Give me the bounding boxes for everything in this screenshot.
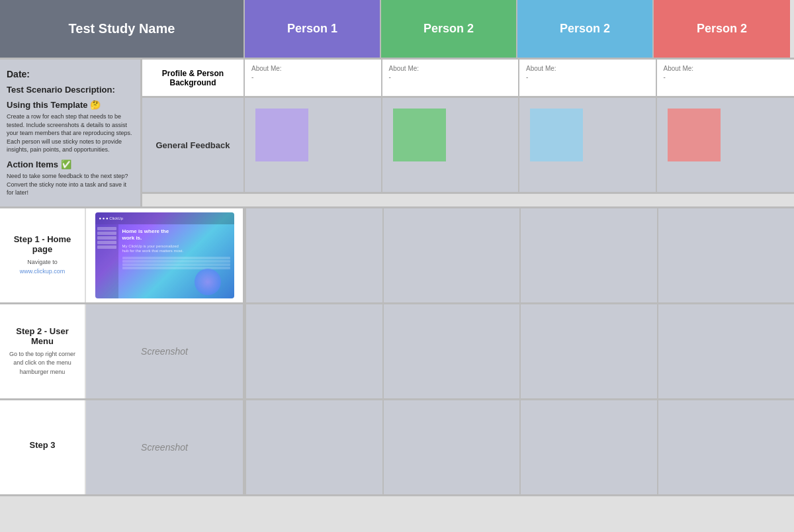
study-name-header: Test Study Name [0,0,245,58]
clickup-title: Home is where thework is. [122,228,230,242]
step3-p2c-col [657,400,795,494]
step2-p1-col [245,304,382,398]
step2-left: Step 2 - User Menu Go to the top right c… [0,304,245,398]
right-content: Profile & Person Background About Me: - … [142,60,794,206]
step3-title: Step 3 [7,440,78,450]
person2a-header: Person 2 [381,0,517,58]
profile-cell-1: About Me: - [245,60,382,96]
step1-left: Step 1 - Home page Navigate to www.click… [0,208,245,302]
step1-p2a-col [382,208,520,302]
profile-cell-3: About Me: - [519,60,657,96]
date-label: Date: [7,69,134,79]
step1-desc: Step 1 - Home page Navigate to www.click… [0,208,86,302]
sticky-note-red [668,109,721,161]
sidebar-item-3 [97,236,116,240]
info-left-panel: Date: Test Scenario Description: Using t… [0,60,142,206]
step1-p2b-col [519,208,657,302]
clickup-circle-decoration [195,269,221,295]
step3-screenshot-label: Screenshot [141,442,188,453]
step2-p2b-col [519,304,657,398]
step1-screenshot: ● ● ● ClickUp Home is where thework is. [86,208,243,302]
step1-p2c-col [657,208,795,302]
step2-row: Step 2 - User Menu Go to the top right c… [0,304,794,400]
using-label: Using this Template 🤔 [7,100,134,110]
page-layout: Test Study Name Person 1 Person 2 Person… [0,0,794,496]
sticky-note-green [393,109,446,161]
step3-p2b-col [519,400,657,494]
profile-cell-4: About Me: - [657,60,795,96]
clickup-subtitle: My ClickUp is your personalizedhub for t… [122,244,230,255]
feedback-cell-4 [657,98,795,192]
action-label: Action Items ✅ [7,159,134,169]
feedback-cell-2 [382,98,520,192]
step1-link[interactable]: www.clickup.com [20,268,66,275]
step2-instruction: Go to the top right corner and click on … [7,350,78,377]
header-row: Test Study Name Person 1 Person 2 Person… [0,0,794,60]
clickup-screenshot-image: ● ● ● ClickUp Home is where thework is. [95,212,234,298]
person2b-header: Person 2 [517,0,654,58]
sticky-note-blue [530,109,583,161]
step2-screenshot-label: Screenshot [141,346,188,357]
info-section: Date: Test Scenario Description: Using t… [0,60,794,208]
scenario-label: Test Scenario Description: [7,85,134,95]
step1-row: Step 1 - Home page Navigate to www.click… [0,208,794,304]
clickup-table [122,257,230,269]
using-text: Create a row for each step that needs to… [7,112,134,154]
sidebar-item-2 [97,232,116,235]
step3-p1-col [245,400,382,494]
step1-title: Step 1 - Home page [7,234,78,254]
sidebar-item-4 [97,241,116,244]
clickup-sidebar [95,224,118,298]
step2-p2c-col [657,304,795,398]
step2-desc: Step 2 - User Menu Go to the top right c… [0,304,86,398]
sidebar-item-1 [97,227,116,230]
feedback-cell-3 [519,98,657,192]
step2-p2a-col [382,304,520,398]
step3-screenshot: Screenshot [86,400,243,494]
sidebar-item-5 [97,245,116,249]
step3-left: Step 3 Screenshot [0,400,245,494]
feedback-cell-1 [245,98,382,192]
step2-screenshot: Screenshot [86,304,243,398]
step3-row: Step 3 Screenshot [0,400,794,496]
step1-instruction: Navigate to www.clickup.com [7,258,78,276]
sticky-note-purple [255,109,308,161]
clickup-top-bar: ● ● ● ClickUp [95,212,234,224]
step3-p2a-col [382,400,520,494]
action-text: Need to take some feedback to the next s… [7,172,134,197]
profile-section: Profile & Person Background About Me: - … [142,60,794,98]
feedback-label: General Feedback [142,98,245,192]
feedback-section: General Feedback [142,98,794,194]
profile-label: Profile & Person Background [142,60,245,96]
step1-p1-col [245,208,382,302]
step3-desc: Step 3 [0,400,86,494]
step2-title: Step 2 - User Menu [7,326,78,346]
person1-header: Person 1 [245,0,381,58]
profile-cell-2: About Me: - [382,60,520,96]
person2c-header: Person 2 [654,0,790,58]
